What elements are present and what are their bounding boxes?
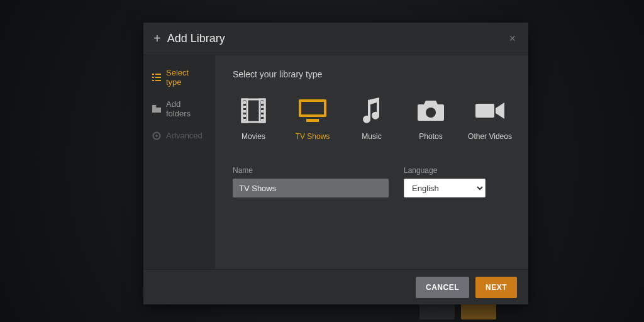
svg-rect-2 — [152, 77, 154, 78]
svg-rect-13 — [243, 110, 246, 113]
library-name-input[interactable] — [233, 179, 389, 197]
add-library-dialog: + Add Library × Select type Add folders — [143, 23, 528, 304]
library-type-label: TV Shows — [296, 132, 330, 141]
library-type-prompt: Select your library type — [233, 69, 511, 79]
dialog-footer: CANCEL NEXT — [143, 269, 528, 304]
svg-point-24 — [426, 108, 436, 118]
camera-icon — [413, 97, 448, 125]
film-icon — [236, 97, 271, 125]
library-form-row: Name Language English — [233, 166, 511, 197]
svg-rect-25 — [475, 104, 494, 118]
plus-icon: + — [153, 32, 161, 45]
svg-rect-23 — [306, 119, 319, 122]
name-label: Name — [233, 166, 389, 175]
svg-rect-16 — [261, 101, 264, 104]
dialog-main: Select your library type Movies TV Shows — [215, 55, 528, 269]
svg-point-7 — [155, 135, 157, 136]
list-icon — [152, 74, 161, 81]
sidebar-item-label: Select type — [166, 68, 206, 87]
language-label: Language — [404, 166, 486, 175]
svg-rect-15 — [243, 119, 246, 121]
library-type-photos[interactable]: Photos — [410, 97, 452, 141]
library-type-label: Photos — [419, 132, 442, 141]
library-type-label: Movies — [242, 132, 265, 141]
svg-rect-18 — [261, 110, 264, 113]
dialog-body: Select type Add folders Advanced Select … — [143, 55, 528, 269]
library-type-tv-shows[interactable]: TV Shows — [292, 97, 333, 141]
next-button[interactable]: NEXT — [475, 277, 517, 298]
close-icon[interactable]: × — [506, 30, 518, 48]
dialog-title: Add Library — [167, 32, 225, 45]
library-type-movies[interactable]: Movies — [233, 97, 274, 141]
svg-rect-12 — [243, 106, 246, 108]
wizard-sidebar: Select type Add folders Advanced — [143, 55, 215, 269]
language-select[interactable]: English — [404, 179, 486, 197]
svg-rect-22 — [301, 102, 324, 114]
svg-rect-14 — [243, 114, 246, 117]
library-type-label: Music — [362, 132, 381, 141]
music-note-icon — [354, 97, 389, 125]
sidebar-item-select-type[interactable]: Select type — [143, 62, 215, 93]
svg-rect-17 — [261, 106, 264, 108]
dialog-header: + Add Library × — [143, 23, 528, 55]
svg-rect-1 — [155, 74, 161, 75]
sidebar-item-label: Advanced — [166, 131, 203, 140]
library-type-label: Other Videos — [468, 132, 512, 141]
sidebar-item-add-folders[interactable]: Add folders — [143, 93, 215, 125]
library-type-other-videos[interactable]: Other Videos — [469, 97, 511, 141]
sidebar-item-advanced: Advanced — [143, 125, 215, 147]
tv-icon — [295, 97, 330, 125]
sidebar-item-label: Add folders — [166, 99, 206, 118]
svg-rect-3 — [155, 77, 161, 78]
svg-rect-11 — [243, 101, 246, 104]
svg-rect-5 — [155, 80, 161, 81]
library-type-music[interactable]: Music — [351, 97, 392, 141]
gear-icon — [152, 131, 161, 140]
svg-rect-0 — [152, 74, 154, 75]
library-type-row: Movies TV Shows Music — [233, 97, 511, 141]
svg-rect-20 — [261, 119, 264, 121]
video-camera-icon — [472, 97, 508, 125]
language-field: Language English — [404, 166, 486, 197]
folder-icon — [152, 105, 161, 113]
svg-rect-4 — [152, 80, 154, 81]
name-field: Name — [233, 166, 389, 197]
svg-rect-19 — [261, 114, 264, 117]
cancel-button[interactable]: CANCEL — [416, 277, 469, 298]
